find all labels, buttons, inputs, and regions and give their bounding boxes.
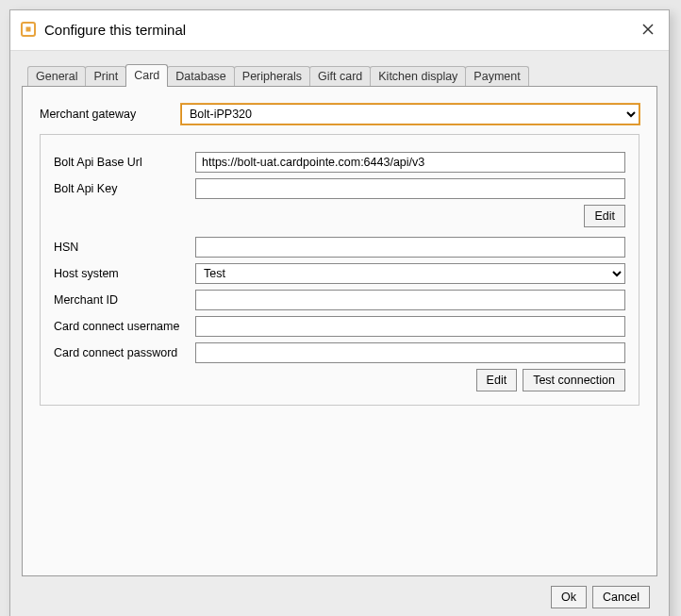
- label-cc-password: Card connect password: [54, 346, 195, 359]
- dialog-footer: Ok Cancel: [22, 576, 657, 616]
- label-host-system: Host system: [54, 267, 195, 280]
- tab-card[interactable]: Card: [125, 64, 168, 87]
- gateway-settings-group: Bolt Api Base Url Bolt Api Key Edit HSN …: [40, 134, 639, 406]
- app-icon: [20, 21, 37, 38]
- row-merchant-gateway: Merchant gateway Bolt-iPP320: [40, 104, 639, 125]
- tabstrip: General Print Card Database Peripherals …: [27, 64, 657, 86]
- btnrow-connection: Edit Test connection: [54, 369, 625, 391]
- input-cc-password: [195, 342, 625, 363]
- input-merchant-id[interactable]: [195, 290, 625, 310]
- input-bolt-api-base-url[interactable]: [195, 152, 625, 173]
- titlebar: Configure this terminal: [10, 10, 669, 51]
- row-host-system: Host system Test: [54, 263, 625, 284]
- tab-kitchen-display[interactable]: Kitchen display: [370, 66, 466, 86]
- select-merchant-gateway[interactable]: Bolt-iPP320: [181, 104, 639, 125]
- select-host-system[interactable]: Test: [195, 263, 625, 284]
- window-title: Configure this terminal: [44, 22, 637, 38]
- input-bolt-api-key: [195, 178, 625, 199]
- row-bolt-api-base-url: Bolt Api Base Url: [54, 152, 625, 173]
- tab-gift-card[interactable]: Gift card: [309, 66, 371, 86]
- label-hsn: HSN: [54, 241, 195, 254]
- row-cc-username: Card connect username: [54, 316, 625, 337]
- edit-credentials-button[interactable]: Edit: [476, 369, 518, 391]
- svg-rect-1: [26, 27, 31, 32]
- spacer: [54, 227, 625, 237]
- row-cc-password: Card connect password: [54, 342, 625, 363]
- label-bolt-api-base-url: Bolt Api Base Url: [54, 156, 195, 169]
- cancel-button[interactable]: Cancel: [592, 586, 650, 608]
- dialog-body: General Print Card Database Peripherals …: [10, 51, 669, 616]
- edit-api-key-button[interactable]: Edit: [584, 205, 625, 227]
- label-bolt-api-key: Bolt Api Key: [54, 182, 195, 195]
- ok-button[interactable]: Ok: [551, 586, 587, 608]
- close-icon[interactable]: [637, 18, 659, 41]
- tab-print[interactable]: Print: [85, 66, 126, 86]
- label-cc-username: Card connect username: [54, 320, 195, 333]
- row-bolt-api-key: Bolt Api Key: [54, 178, 625, 199]
- row-merchant-id: Merchant ID: [54, 290, 625, 310]
- row-hsn: HSN: [54, 237, 625, 258]
- btnrow-edit-api-key: Edit: [54, 205, 625, 227]
- tab-payment[interactable]: Payment: [465, 66, 528, 86]
- tab-general[interactable]: General: [27, 66, 86, 86]
- config-terminal-window: Configure this terminal General Print Ca…: [9, 9, 670, 616]
- label-merchant-id: Merchant ID: [54, 293, 195, 307]
- tab-database[interactable]: Database: [167, 66, 235, 86]
- label-merchant-gateway: Merchant gateway: [40, 108, 181, 121]
- input-cc-username: [195, 316, 625, 337]
- tabpage-card: Merchant gateway Bolt-iPP320 Bolt Api Ba…: [22, 86, 657, 576]
- tab-peripherals[interactable]: Peripherals: [234, 66, 310, 86]
- input-hsn[interactable]: [195, 237, 625, 258]
- test-connection-button[interactable]: Test connection: [523, 369, 625, 391]
